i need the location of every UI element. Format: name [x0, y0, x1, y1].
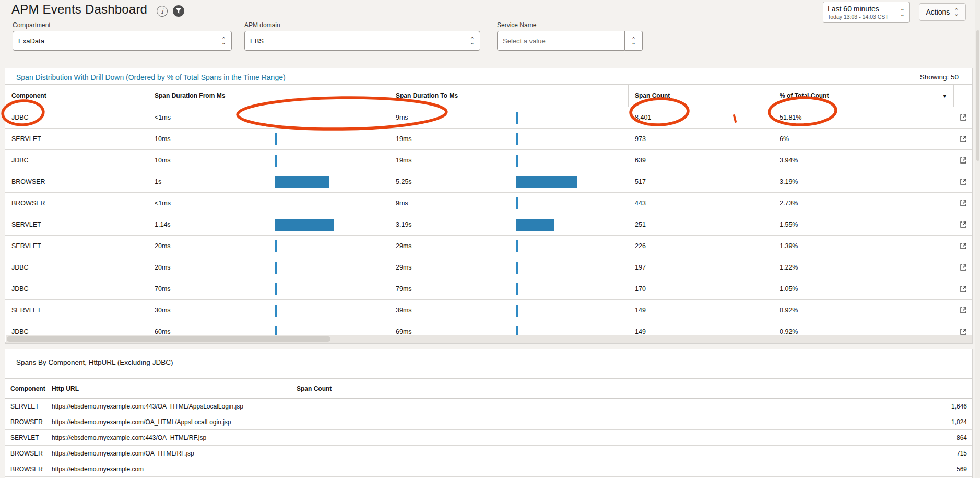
column-header-http-url[interactable]: Http URL: [46, 379, 291, 398]
cell-http-url: https://ebsdemo.myexample.com: [46, 461, 291, 476]
duration-to-bar: [516, 155, 518, 167]
service-name-input[interactable]: Select a value: [497, 31, 625, 51]
drilldown-link-icon[interactable]: [954, 129, 972, 149]
table-row: JDBC10ms19ms6393.94%: [5, 150, 972, 171]
cell-component: SERVLET: [5, 399, 46, 414]
cell-component: JDBC: [5, 107, 148, 128]
duration-to-bar: [516, 283, 518, 295]
external-link-glyph: [960, 221, 967, 228]
spans-by-url-panel: Spans By Component, HttpURL (Excluding J…: [5, 349, 973, 478]
time-range-detail: Today 13:03 - 14:03 CST: [828, 14, 900, 20]
actions-label: Actions: [926, 8, 950, 16]
duration-to-bar: [516, 240, 518, 252]
cell-component: BROWSER: [5, 446, 46, 461]
info-icon[interactable]: i: [157, 6, 168, 17]
external-link-glyph: [960, 178, 967, 185]
table-row: BROWSERhttps://ebsdemo.myexample.com/OA_…: [5, 446, 972, 461]
cell-http-url: https://ebsdemo.myexample.com:443/OA_HTM…: [46, 399, 291, 414]
table-row: BROWSER1s5.25s5173.19%: [5, 171, 972, 193]
drilldown-link-icon[interactable]: [954, 150, 972, 171]
cell-component: JDBC: [5, 257, 148, 278]
filter-funnel-icon[interactable]: [173, 5, 184, 17]
cell-pct-total: 3.94%: [773, 150, 954, 171]
cell-duration-from: 20ms: [148, 257, 389, 278]
drilldown-link-icon[interactable]: [954, 193, 972, 214]
cell-span-count: 8,401: [629, 107, 773, 128]
chevron-updown-icon: ⌃⌄: [900, 9, 905, 16]
pct-header-label: % of Total Count: [780, 92, 829, 99]
duration-from-bar: [275, 133, 277, 145]
column-header-span-duration-to[interactable]: Span Duration To Ms: [389, 85, 629, 107]
duration-to-bar: [516, 262, 518, 274]
showing-count: Showing: 50: [920, 73, 959, 81]
apm-domain-select[interactable]: EBS ⌃⌄: [244, 31, 480, 51]
cell-span-count: 864: [291, 430, 972, 445]
drilldown-link-icon[interactable]: [954, 278, 972, 299]
cell-component: SERVLET: [5, 214, 148, 235]
compartment-select[interactable]: ExaData ⌃⌄: [13, 31, 232, 51]
cell-component: BROWSER: [5, 414, 46, 429]
time-range-selector[interactable]: Last 60 minutes Today 13:03 - 14:03 CST …: [823, 2, 910, 23]
duration-from-bar: [275, 305, 277, 317]
chevron-updown-icon: ⌃⌄: [631, 38, 636, 44]
horizontal-scrollbar[interactable]: [6, 335, 972, 343]
drilldown-link-icon[interactable]: [954, 107, 972, 128]
time-range-label: Last 60 minutes: [828, 5, 900, 13]
column-header-component[interactable]: Component: [5, 379, 46, 398]
cell-span-count: 226: [629, 236, 773, 257]
cell-span-count: 569: [291, 461, 972, 476]
service-name-placeholder: Select a value: [503, 37, 546, 45]
service-name-dropdown-button[interactable]: ⌃⌄: [625, 31, 643, 51]
vertical-scrollbar[interactable]: [975, 0, 980, 478]
table-row: SERVLEThttps://ebsdemo.myexample.com:443…: [5, 399, 972, 414]
vertical-scrollbar-thumb[interactable]: [976, 30, 979, 161]
span-table-header: Component Span Duration From Ms Span Dur…: [5, 84, 972, 107]
cell-pct-total: 3.19%: [773, 171, 954, 192]
cell-pct-total: 1.05%: [773, 278, 954, 299]
external-link-glyph: [960, 135, 967, 143]
horizontal-scrollbar-thumb[interactable]: [7, 336, 330, 342]
duration-from-bar: [275, 283, 277, 295]
drilldown-link-icon[interactable]: [954, 300, 972, 321]
drilldown-link-icon[interactable]: [954, 171, 972, 192]
actions-button[interactable]: Actions ⌃⌄: [919, 3, 966, 21]
external-link-glyph: [960, 157, 967, 164]
url-table-header: Component Http URL Span Count: [5, 378, 972, 399]
external-link-glyph: [960, 328, 967, 335]
column-header-component[interactable]: Component: [5, 85, 148, 107]
drilldown-link-icon[interactable]: [954, 214, 972, 235]
drilldown-link-icon[interactable]: [954, 236, 972, 257]
column-header-span-duration-from[interactable]: Span Duration From Ms: [148, 85, 389, 107]
duration-to-bar: [516, 112, 518, 124]
cell-component: SERVLET: [5, 236, 148, 257]
column-header-pct-total[interactable]: % of Total Count ▾: [773, 85, 954, 107]
external-link-glyph: [960, 264, 967, 271]
external-link-glyph: [960, 242, 967, 250]
duration-to-bar: [516, 305, 518, 317]
duration-from-bar: [275, 262, 277, 274]
cell-pct-total: 1.22%: [773, 257, 954, 278]
cell-duration-to: 19ms: [389, 129, 629, 149]
cell-component: BROWSER: [5, 193, 148, 214]
apm-domain-label: APM domain: [244, 21, 280, 29]
cell-duration-from: 20ms: [148, 236, 389, 257]
url-table-body: SERVLEThttps://ebsdemo.myexample.com:443…: [5, 399, 972, 477]
cell-duration-from: 10ms: [148, 150, 389, 171]
cell-span-count: 715: [291, 446, 972, 461]
sort-desc-icon[interactable]: ▾: [943, 92, 946, 99]
span-distribution-panel: Span Distribution With Drill Down (Order…: [5, 68, 973, 344]
cell-component: BROWSER: [5, 461, 46, 476]
column-header-span-count[interactable]: Span Count: [629, 85, 773, 107]
cell-duration-to: 29ms: [389, 257, 629, 278]
url-table: Component Http URL Span Count SERVLEThtt…: [5, 378, 972, 477]
duration-to-bar: [516, 133, 518, 145]
cell-duration-from: 70ms: [148, 278, 389, 299]
cell-duration-to: 19ms: [389, 150, 629, 171]
table-row: SERVLET20ms29ms2261.39%: [5, 236, 972, 257]
drilldown-link-icon[interactable]: [954, 257, 972, 278]
span-table-body: JDBC<1ms9ms8,40151.81%SERVLET10ms19ms973…: [5, 107, 972, 343]
cell-component: SERVLET: [5, 129, 148, 149]
cell-component: SERVLET: [5, 300, 148, 321]
column-header-span-count[interactable]: Span Count: [291, 379, 972, 398]
duration-from-bar: [275, 219, 334, 231]
